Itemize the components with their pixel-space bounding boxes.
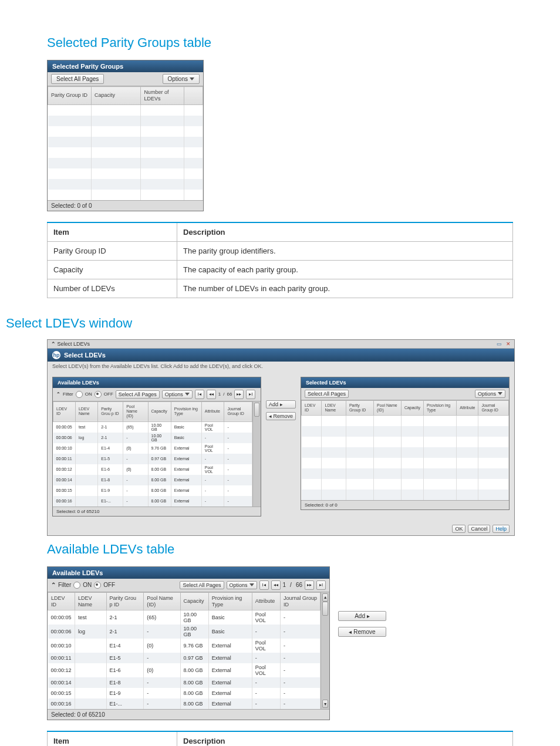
filter-off-radio[interactable] (94, 582, 101, 589)
page-last-button[interactable]: ▸I (246, 390, 255, 399)
col-parity-group-id[interactable]: Parity Group ID (346, 400, 373, 416)
table-row[interactable] (302, 490, 509, 500)
col-provisioning-type[interactable]: Provision ing Type (171, 401, 201, 421)
table-row[interactable] (302, 458, 509, 468)
table-row[interactable]: 00:00:16E1-...-8.00 GBExternal-- (53, 496, 252, 507)
dialog-titlebar[interactable]: ⌃ Select LDEVs ▭ ✕ (48, 340, 514, 349)
collapse-icon[interactable]: ⌃ (51, 341, 56, 347)
col-capacity[interactable]: Capacity (91, 87, 140, 105)
options-button[interactable]: Options (227, 581, 257, 589)
table-row[interactable] (48, 168, 203, 179)
table-row[interactable] (48, 126, 203, 137)
table-row[interactable]: 00:00:15E1-9-8.00 GBExternal-- (53, 485, 252, 496)
table-row[interactable]: 00:00:11E1-5-0.97 GBExternal-- (48, 653, 321, 663)
col-journal-group-id[interactable]: Journal Group ID (224, 401, 252, 421)
scrollbar[interactable]: ▲ ▼ (321, 592, 329, 710)
table-row[interactable] (48, 116, 203, 126)
filter-label: Filter (63, 391, 73, 397)
selection-status: Selected: 0 of 0 (48, 200, 203, 211)
options-button[interactable]: Options (162, 390, 193, 399)
col-parity-group-id[interactable]: Parity Group ID (48, 87, 92, 105)
col-ldev-name[interactable]: LDEV Name (322, 400, 346, 416)
select-all-pages-button[interactable]: Select All Pages (180, 581, 224, 589)
table-row[interactable] (48, 104, 203, 116)
table-row[interactable] (48, 190, 203, 200)
table-row[interactable] (302, 437, 509, 447)
table-row[interactable]: 00:00:10E1-4(0)9.76 GBExternalPool VOL- (48, 639, 321, 653)
options-button[interactable]: Options (163, 74, 200, 84)
remove-button[interactable]: ◂ Remove (266, 412, 296, 420)
table-row[interactable]: 00:00:10E1-4(0)9.76 GBExternalPool VOL- (53, 443, 252, 454)
table-row[interactable]: 00:00:14E1-8-8.00 GBExternal-- (53, 475, 252, 485)
col-attribute[interactable]: Attribute (457, 400, 478, 416)
col-journal-group-id[interactable]: Journal Group ID (280, 592, 321, 610)
page-next-button[interactable]: ▸▸ (234, 390, 244, 399)
page-prev-button[interactable]: ◂◂ (271, 580, 281, 590)
table-row[interactable] (302, 416, 509, 427)
table-row[interactable]: 00:00:14E1-8-8.00 GBExternal-- (48, 677, 321, 688)
table-row[interactable]: 00:00:05test2-1(65)10.00 GBBasicPool VOL… (48, 610, 321, 625)
page-first-button[interactable]: I◂ (195, 390, 204, 399)
select-all-pages-button[interactable]: Select All Pages (51, 74, 104, 84)
col-pool-name[interactable]: Pool Name (ID) (123, 401, 148, 421)
ok-button[interactable]: OK (452, 525, 465, 533)
filter-toggle-icon[interactable]: ⌃ (51, 582, 56, 588)
table-row[interactable]: 00:00:12E1-6(0)8.00 GBExternalPool VOL- (53, 464, 252, 475)
scrollbar[interactable] (252, 401, 261, 507)
table-row[interactable] (302, 447, 509, 458)
table-row[interactable] (48, 158, 203, 168)
table-row[interactable]: 00:00:05test2-1(65)10.00 GBBasicPool VOL… (53, 421, 252, 433)
col-ldev-name[interactable]: LDEV Name (75, 401, 97, 421)
scroll-up-icon[interactable]: ▲ (322, 593, 328, 602)
col-attribute[interactable]: Attribute (252, 592, 280, 610)
col-ldev-name[interactable]: LDEV Name (75, 592, 106, 610)
cancel-button[interactable]: Cancel (468, 525, 490, 533)
table-row[interactable] (302, 426, 509, 437)
table-row[interactable]: 00:00:11E1-5-0.97 GBExternal-- (53, 454, 252, 464)
page-last-button[interactable]: ▸I (316, 580, 326, 590)
table-row[interactable] (48, 147, 203, 158)
table-row[interactable]: 00:00:16E1-...-8.00 GBExternal-- (48, 698, 321, 709)
page-prev-button[interactable]: ◂◂ (207, 390, 216, 399)
col-pool-name[interactable]: Pool Name (ID) (374, 400, 402, 416)
col-ldev-id[interactable]: LDEV ID (302, 400, 322, 416)
col-attribute[interactable]: Attribute (201, 401, 224, 421)
col-parity-group-id[interactable]: Parity Grou p ID (106, 592, 144, 610)
col-capacity[interactable]: Capacity (401, 400, 423, 416)
col-ldev-id[interactable]: LDEV ID (53, 401, 76, 421)
table-row[interactable]: 00:00:15E1-9-8.00 GBExternal-- (48, 688, 321, 698)
col-pool-name[interactable]: Pool Name (ID) (144, 592, 180, 610)
col-capacity[interactable]: Capacity (180, 592, 208, 610)
filter-off-radio[interactable] (95, 391, 102, 398)
select-all-pages-button[interactable]: Select All Pages (305, 390, 349, 398)
page-total: 66 (296, 582, 302, 588)
table-row[interactable] (48, 179, 203, 190)
maximize-icon[interactable]: ▭ (497, 341, 502, 347)
select-all-pages-button[interactable]: Select All Pages (116, 390, 160, 399)
filter-toggle-icon[interactable]: ⌃ (56, 391, 60, 397)
help-button[interactable]: Help (492, 525, 510, 533)
close-icon[interactable]: ✕ (506, 341, 511, 347)
table-row[interactable]: 00:00:06log2-1-10.00 GBBasic-- (48, 625, 321, 639)
table-row[interactable] (48, 137, 203, 147)
col-provisioning-type[interactable]: Provision ing Type (424, 400, 457, 416)
add-button[interactable]: Add ▸ (266, 400, 296, 409)
col-capacity[interactable]: Capacity (148, 401, 171, 421)
scroll-down-icon[interactable]: ▼ (322, 700, 328, 708)
col-number-of-ldevs[interactable]: Number of LDEVs (141, 87, 184, 105)
col-provisioning-type[interactable]: Provision ing Type (208, 592, 252, 610)
page-next-button[interactable]: ▸▸ (305, 580, 314, 590)
table-row[interactable]: 00:00:12E1-6(0)8.00 GBExternalPool VOL- (48, 663, 321, 677)
page-first-button[interactable]: I◂ (259, 580, 269, 590)
table-row[interactable] (302, 468, 509, 479)
table-row[interactable] (302, 479, 509, 490)
remove-button[interactable]: ◂ Remove (338, 627, 386, 637)
filter-on-radio[interactable] (73, 582, 80, 589)
add-button[interactable]: Add ▸ (338, 611, 386, 621)
col-journal-group-id[interactable]: Journal Group ID (478, 400, 509, 416)
col-parity-group-id[interactable]: Parity Grou p ID (98, 401, 123, 421)
col-ldev-id[interactable]: LDEV ID (48, 592, 75, 610)
table-row[interactable]: 00:00:06log2-1-10.00 GBBasic-- (53, 433, 252, 443)
options-button[interactable]: Options (475, 390, 505, 398)
filter-on-radio[interactable] (76, 391, 83, 398)
